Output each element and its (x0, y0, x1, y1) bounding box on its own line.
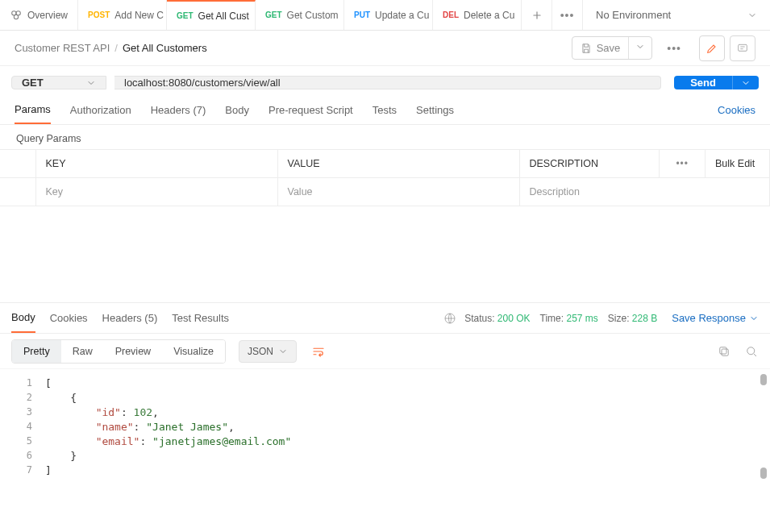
key-input[interactable]: Key (35, 178, 277, 206)
view-raw[interactable]: Raw (61, 340, 104, 363)
comments-button[interactable] (730, 35, 755, 61)
tab-authorization[interactable]: Authorization (70, 96, 131, 124)
tab-overview[interactable]: Overview (0, 0, 78, 30)
query-params-table: KEY VALUE DESCRIPTION ••• Bulk Edit Key … (0, 149, 770, 206)
request-tabs: Params Authorization Headers (7) Body Pr… (0, 96, 770, 125)
scrollbar-thumb[interactable] (760, 374, 767, 385)
response-tabs: Body Cookies Headers (5) Test Results St… (0, 303, 770, 334)
code-line: 2 { (0, 390, 770, 405)
tab-prerequest[interactable]: Pre-request Script (268, 96, 353, 124)
network-icon[interactable] (443, 312, 456, 325)
wrap-lines-button[interactable] (306, 339, 331, 364)
http-method-value: GET (22, 77, 44, 89)
response-view-row: Pretty Raw Preview Visualize JSON (0, 334, 770, 369)
description-input[interactable]: Description (519, 178, 770, 206)
chevron-down-icon (741, 78, 751, 88)
select-all-col[interactable] (0, 150, 35, 178)
size-meta: Size: 228 B (608, 313, 657, 324)
tab-body[interactable]: Body (225, 96, 249, 124)
document-tabs: OverviewPOSTAdd New CGETGet All CustGETG… (0, 0, 770, 31)
url-value: localhost:8080/customers/view/all (124, 77, 281, 89)
breadcrumb-sep: / (114, 42, 118, 54)
code-line: 3 "id": 102, (0, 405, 770, 419)
send-button[interactable]: Send (674, 76, 732, 89)
code-line: 5 "email": "janetjames@email.com" (0, 434, 770, 448)
environment-picker[interactable]: No Environment (583, 0, 770, 30)
time-meta: Time: 257 ms (540, 313, 598, 324)
value-input[interactable]: Value (277, 178, 519, 206)
svg-rect-6 (720, 347, 726, 353)
http-method-select[interactable]: GET (11, 76, 106, 89)
cookies-link[interactable]: Cookies (718, 104, 755, 116)
new-tab-button[interactable] (522, 0, 552, 30)
request-tab[interactable]: PUTUpdate a Cu (344, 0, 433, 30)
resp-tab-headers[interactable]: Headers (5) (102, 303, 158, 333)
send-dropdown[interactable] (732, 76, 759, 89)
chevron-down-icon (747, 10, 757, 20)
comment-icon (736, 42, 749, 55)
status-meta: Status: 200 OK (464, 313, 530, 324)
svg-point-7 (747, 347, 755, 354)
tab-settings[interactable]: Settings (416, 96, 454, 124)
tabs-overflow-button[interactable]: ••• (552, 0, 583, 30)
url-row: GET localhost:8080/customers/view/all Se… (0, 66, 770, 96)
col-actions[interactable]: ••• (660, 150, 705, 178)
request-more-button[interactable]: ••• (660, 42, 688, 55)
method-badge: POST (88, 10, 110, 19)
copy-icon[interactable] (717, 344, 731, 359)
request-body-spacer (0, 206, 770, 303)
send-button-group: Send (674, 76, 759, 89)
method-badge: DEL (443, 10, 459, 19)
scrollbar-thumb[interactable] (760, 468, 767, 479)
svg-rect-3 (739, 44, 747, 51)
save-response-button[interactable]: Save Response (672, 312, 759, 324)
breadcrumb-request: Get All Customers (123, 42, 207, 54)
dots-icon: ••• (669, 158, 695, 169)
pencil-icon (705, 42, 718, 55)
save-icon (581, 43, 592, 54)
request-tab[interactable]: POSTAdd New C (78, 0, 167, 30)
save-dropdown[interactable] (628, 37, 651, 59)
environment-label: No Environment (596, 9, 671, 21)
method-badge: GET (265, 10, 282, 19)
resp-tab-cookies[interactable]: Cookies (50, 303, 88, 333)
col-description: DESCRIPTION (519, 150, 660, 178)
view-visualize[interactable]: Visualize (162, 340, 225, 363)
request-tab[interactable]: DELDelete a Cu (433, 0, 522, 30)
chevron-down-icon (86, 78, 96, 88)
tab-params[interactable]: Params (15, 96, 51, 124)
save-button-group: Save (572, 36, 653, 60)
col-key: KEY (35, 150, 277, 178)
dots-icon: ••• (554, 9, 581, 22)
overview-icon (10, 9, 23, 22)
chevron-down-icon (278, 347, 288, 356)
edit-button[interactable] (699, 35, 725, 61)
request-tab[interactable]: GETGet Custom (256, 0, 344, 30)
response-body-editor[interactable]: 1[2 {3 "id": 102,4 "name": "Janet James"… (0, 369, 770, 484)
wrap-icon (311, 344, 326, 359)
col-value: VALUE (277, 150, 519, 178)
view-preview[interactable]: Preview (104, 340, 162, 363)
code-line: 6 } (0, 448, 770, 463)
view-mode-segment: Pretty Raw Preview Visualize (11, 339, 226, 364)
save-button[interactable]: Save (572, 37, 629, 59)
method-badge: PUT (354, 10, 370, 19)
param-row-new[interactable]: Key Value Description (0, 178, 770, 206)
content-type-label: JSON (248, 346, 273, 357)
method-badge: GET (177, 11, 194, 20)
tab-tests[interactable]: Tests (373, 96, 397, 124)
breadcrumb-collection[interactable]: Customer REST API (15, 42, 110, 54)
query-params-title: Query Params (0, 125, 770, 149)
save-label: Save (597, 42, 621, 54)
url-input[interactable]: localhost:8080/customers/view/all (114, 76, 661, 89)
request-tab[interactable]: GETGet All Cust (167, 0, 256, 30)
code-line: 7] (0, 463, 770, 477)
search-icon[interactable] (744, 344, 759, 359)
chevron-down-icon (635, 42, 645, 52)
tab-headers[interactable]: Headers (7) (151, 96, 206, 124)
bulk-edit-link[interactable]: Bulk Edit (705, 150, 770, 178)
resp-tab-tests[interactable]: Test Results (172, 303, 229, 333)
resp-tab-body[interactable]: Body (11, 303, 35, 333)
view-pretty[interactable]: Pretty (12, 340, 61, 363)
content-type-select[interactable]: JSON (239, 340, 297, 363)
